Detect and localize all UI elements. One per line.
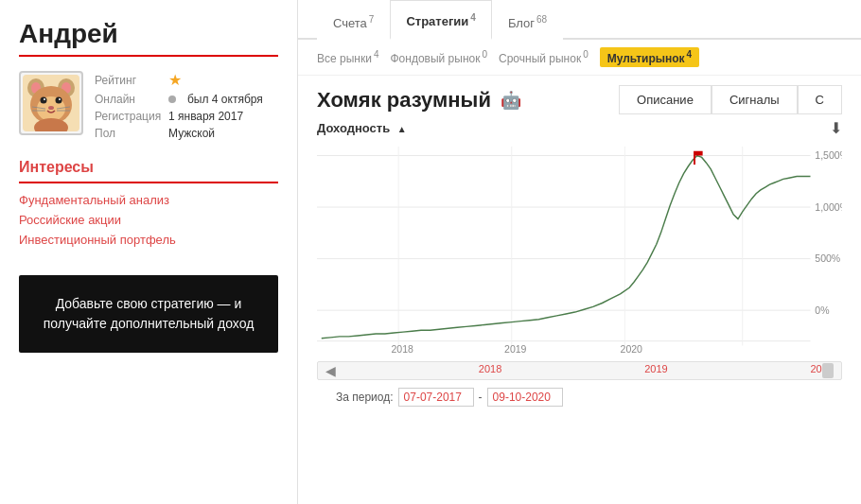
period-bar: За период: - [317,380,842,414]
interest-link-0[interactable]: Фундаментальный анализ [19,193,278,207]
online-row: Онлайн был 4 октября [95,93,263,106]
scroll-year-2019: 2019 [644,363,667,378]
gender-value: Мужской [168,127,215,140]
chart-wrapper: 1,500% 1,000% 500% 0% 2018 2019 2020 [317,142,842,359]
filter-multimarket[interactable]: Мультирынок4 [600,47,699,67]
profile-section: Рейтинг ★ Онлайн был 4 октября Регистрац… [19,71,278,140]
profile-info: Рейтинг ★ Онлайн был 4 октября Регистрац… [95,71,263,140]
sidebar-divider [19,55,278,57]
svg-text:500%: 500% [815,253,840,265]
period-separator: - [479,391,483,404]
svg-point-11 [48,106,54,110]
sidebar: Андрей [0,0,298,504]
avatar [19,71,83,135]
svg-point-9 [44,98,45,100]
svg-text:1,500%: 1,500% [815,150,842,162]
chart-container: Доходность ▲ ⬇ [298,119,861,414]
svg-text:1,000%: 1,000% [815,201,842,213]
svg-text:2019: 2019 [504,343,527,355]
scroll-right-handle[interactable] [822,363,834,378]
extra-button[interactable]: С [798,85,842,114]
interests-divider [19,182,278,183]
tab-strategies[interactable]: Стратегии4 [390,0,491,40]
filter-stock-market[interactable]: Фондовый рынок0 [390,49,487,65]
svg-text:2018: 2018 [391,343,413,355]
tabs-bar: Счета7 Стратегии4 Блог68 [298,0,861,40]
registration-value: 1 января 2017 [168,110,243,123]
rating-row: Рейтинг ★ [95,71,263,89]
interests-title: Интересы [19,159,278,176]
description-button[interactable]: Описание [619,85,712,114]
promo-text: Добавьте свою стратегию — и получайте до… [44,296,255,331]
signals-button[interactable]: Сигналы [712,85,798,114]
avatar-image [23,75,79,131]
svg-text:0%: 0% [815,304,829,316]
registration-label: Регистрация [95,110,161,123]
interest-link-2[interactable]: Инвестиционный портфель [19,233,278,247]
online-value: был 4 октября [187,93,263,106]
gender-label: Пол [95,127,161,140]
filter-futures-market[interactable]: Срочный рынок0 [499,49,589,65]
robot-icon: 🤖 [501,90,521,111]
period-start-input[interactable] [398,388,474,407]
promo-box: Добавьте свою стратегию — и получайте до… [19,275,278,353]
scroll-left-handle[interactable]: ◀ [325,363,336,378]
svg-point-10 [59,98,61,100]
period-label: За период: [336,391,394,404]
svg-rect-33 [695,151,703,156]
gender-row: Пол Мужской [95,127,263,140]
svg-rect-34 [694,151,695,165]
chart-scrollbar[interactable]: ◀ 2018 2019 2020 [317,361,842,380]
scroll-year-2018: 2018 [479,363,501,378]
svg-point-7 [41,97,47,104]
online-dot [168,96,176,103]
chart-header: Доходность ▲ ⬇ [317,119,842,137]
download-icon[interactable]: ⬇ [830,119,842,137]
tab-blog[interactable]: Блог68 [492,2,563,40]
svg-point-8 [56,97,62,104]
star-icon: ★ [168,71,182,89]
strategy-title: Хомяк разумный [317,88,491,113]
interest-link-1[interactable]: Российские акции [19,213,278,227]
filter-all-markets[interactable]: Все рынки4 [317,49,378,65]
tab-accounts[interactable]: Счета7 [317,2,390,40]
scrollbar-labels: ◀ 2018 2019 2020 [318,363,841,378]
strategy-header: Хомяк разумный 🤖 Описание Сигналы С [298,76,861,119]
chart-svg: 1,500% 1,000% 500% 0% 2018 2019 2020 [317,142,842,359]
main-content: Счета7 Стратегии4 Блог68 Все рынки4 Фонд… [298,0,861,504]
online-label: Онлайн [95,93,161,106]
rating-label: Рейтинг [95,74,161,87]
svg-text:2020: 2020 [621,343,643,355]
chart-sort-arrow[interactable]: ▲ [397,124,407,134]
user-name: Андрей [19,19,278,49]
registration-row: Регистрация 1 января 2017 [95,110,263,123]
interests-section: Интересы Фундаментальный анализ Российск… [19,159,278,247]
chart-title: Доходность ▲ [317,121,407,135]
strategy-actions: Описание Сигналы С [619,85,842,114]
market-filters: Все рынки4 Фондовый рынок0 Срочный рынок… [298,40,861,76]
period-end-input[interactable] [487,388,563,407]
